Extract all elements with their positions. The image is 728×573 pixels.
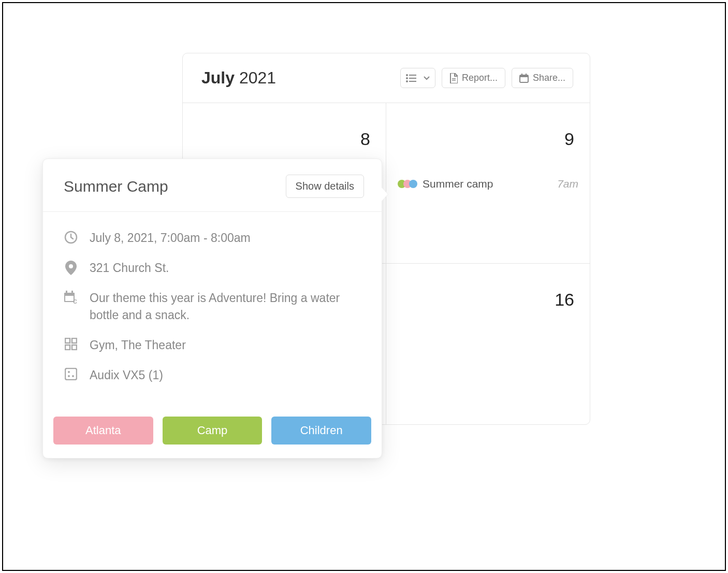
rooms-text: Gym, The Theater xyxy=(90,337,186,353)
svg-rect-6 xyxy=(452,78,456,79)
popover-rooms-row: Gym, The Theater xyxy=(64,337,361,353)
event-calendar-icon: C xyxy=(64,291,78,304)
svg-point-4 xyxy=(406,80,408,82)
svg-rect-15 xyxy=(66,291,67,294)
svg-point-2 xyxy=(406,77,408,79)
svg-rect-7 xyxy=(452,80,456,81)
chevron-down-icon xyxy=(424,76,430,80)
event-time: 7am xyxy=(557,178,578,190)
day-number: 9 xyxy=(564,129,574,149)
list-icon xyxy=(406,74,416,82)
calendar-toolbar: Report... Share... xyxy=(400,68,573,88)
popover-location-row: 321 Church St. xyxy=(64,260,361,276)
rooms-icon xyxy=(64,338,78,350)
calendar-header: July 2021 xyxy=(183,53,590,103)
calendar-year: 2021 xyxy=(239,68,276,87)
document-icon xyxy=(449,73,458,83)
svg-rect-1 xyxy=(409,75,416,76)
app-frame: July 2021 xyxy=(2,2,726,571)
share-label: Share... xyxy=(533,73,565,83)
show-details-button[interactable]: Show details xyxy=(286,175,364,198)
svg-rect-16 xyxy=(71,291,73,294)
calendar-title: July 2021 xyxy=(201,68,276,88)
svg-rect-22 xyxy=(72,345,77,350)
share-button[interactable]: Share... xyxy=(512,68,573,88)
svg-rect-19 xyxy=(65,338,70,343)
tag-atlanta[interactable]: Atlanta xyxy=(53,417,153,445)
clock-icon xyxy=(64,231,78,244)
event-name: Summer camp xyxy=(423,178,493,190)
svg-rect-10 xyxy=(521,74,522,76)
event-popover: Summer Camp Show details July 8, 2021, 7… xyxy=(42,159,382,459)
day-number: 8 xyxy=(360,129,370,149)
day-cell-16[interactable]: 16 xyxy=(386,264,590,424)
popover-body: July 8, 2021, 7:00am - 8:00am 321 Church… xyxy=(43,212,382,407)
svg-rect-17 xyxy=(65,296,74,301)
svg-rect-20 xyxy=(72,338,77,343)
popover-resources-row: Audix VX5 (1) xyxy=(64,367,361,383)
svg-point-13 xyxy=(69,264,73,268)
day-cell-9[interactable]: 9 Summer camp 7am xyxy=(386,103,590,264)
svg-rect-21 xyxy=(65,345,70,350)
calendar-icon xyxy=(519,74,529,83)
resources-text: Audix VX5 (1) xyxy=(90,367,163,383)
svg-rect-11 xyxy=(526,74,527,76)
datetime-text: July 8, 2021, 7:00am - 8:00am xyxy=(90,230,251,246)
tag-camp[interactable]: Camp xyxy=(163,417,263,445)
event-summer-camp[interactable]: Summer camp 7am xyxy=(398,178,578,190)
svg-point-26 xyxy=(68,375,70,377)
report-button[interactable]: Report... xyxy=(442,68,505,88)
popover-tags: Atlanta Camp Children xyxy=(43,407,382,458)
svg-rect-5 xyxy=(409,81,416,82)
svg-point-0 xyxy=(406,74,408,76)
popover-title: Summer Camp xyxy=(64,178,168,195)
location-text: 321 Church St. xyxy=(90,260,169,276)
svg-rect-23 xyxy=(65,368,77,380)
day-number: 16 xyxy=(555,290,574,310)
svg-rect-3 xyxy=(409,78,416,79)
svg-point-25 xyxy=(72,375,74,377)
svg-rect-9 xyxy=(520,75,528,77)
tag-dot-blue xyxy=(409,180,417,188)
location-pin-icon xyxy=(64,261,78,275)
popover-header: Summer Camp Show details xyxy=(43,159,382,212)
popover-datetime-row: July 8, 2021, 7:00am - 8:00am xyxy=(64,230,361,246)
svg-text:C: C xyxy=(73,298,77,304)
resources-icon xyxy=(64,368,78,380)
popover-description-row: C Our theme this year is Adventure! Brin… xyxy=(64,290,361,323)
report-label: Report... xyxy=(462,73,498,83)
description-text: Our theme this year is Adventure! Bring … xyxy=(90,290,361,323)
tag-children[interactable]: Children xyxy=(271,417,371,445)
svg-point-24 xyxy=(68,371,70,373)
view-options-button[interactable] xyxy=(400,68,435,88)
calendar-month: July xyxy=(201,68,235,87)
event-tag-dots xyxy=(398,180,417,188)
